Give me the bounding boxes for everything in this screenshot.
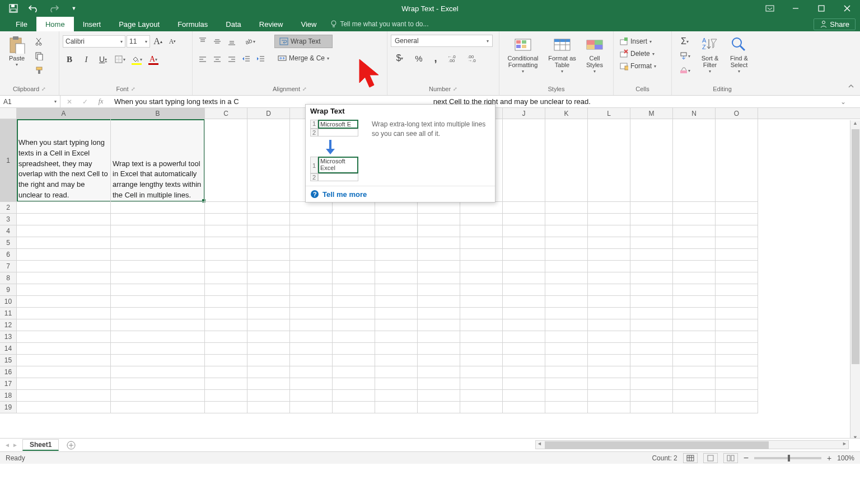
- cell-M19[interactable]: [630, 402, 673, 413]
- cell-K14[interactable]: [545, 343, 588, 355]
- cell-J1[interactable]: [503, 119, 545, 202]
- row-header-14[interactable]: 14: [0, 343, 17, 355]
- cell-E17[interactable]: [290, 378, 333, 390]
- row-header-10[interactable]: 10: [0, 296, 17, 308]
- cell-F3[interactable]: [333, 214, 375, 225]
- cell-N8[interactable]: [673, 272, 716, 284]
- cell-D11[interactable]: [247, 308, 290, 319]
- cell-N13[interactable]: [673, 331, 716, 343]
- cell-H3[interactable]: [418, 214, 460, 225]
- tab-review[interactable]: Review: [250, 17, 292, 31]
- cell-J15[interactable]: [503, 355, 545, 366]
- collapse-ribbon-button[interactable]: [844, 79, 858, 93]
- format-as-table-button[interactable]: Format as Table▾: [545, 35, 579, 76]
- redo-icon[interactable]: [47, 2, 60, 15]
- insert-cells-button[interactable]: Insert ▾: [617, 36, 654, 47]
- cell-J18[interactable]: [503, 390, 545, 402]
- cell-N17[interactable]: [673, 378, 716, 390]
- cell-N11[interactable]: [673, 308, 716, 319]
- cell-C14[interactable]: [205, 343, 247, 355]
- cell-A14[interactable]: [17, 343, 111, 355]
- cell-I11[interactable]: [460, 308, 503, 319]
- cell-C13[interactable]: [205, 331, 247, 343]
- cell-B14[interactable]: [111, 343, 205, 355]
- cell-J5[interactable]: [503, 237, 545, 249]
- cell-C8[interactable]: [205, 272, 247, 284]
- comma-button[interactable]: ,: [429, 51, 442, 65]
- cell-K5[interactable]: [545, 237, 588, 249]
- increase-indent-button[interactable]: [254, 53, 268, 66]
- row-header-4[interactable]: 4: [0, 225, 17, 237]
- cell-A3[interactable]: [17, 214, 111, 225]
- cell-C7[interactable]: [205, 261, 247, 272]
- cell-M18[interactable]: [630, 390, 673, 402]
- cell-B9[interactable]: [111, 284, 205, 296]
- cell-I18[interactable]: [460, 390, 503, 402]
- cell-O14[interactable]: [716, 343, 758, 355]
- cell-F14[interactable]: [333, 343, 375, 355]
- cell-N15[interactable]: [673, 355, 716, 366]
- cell-D13[interactable]: [247, 331, 290, 343]
- cell-C12[interactable]: [205, 319, 247, 331]
- cell-O12[interactable]: [716, 319, 758, 331]
- cell-H6[interactable]: [418, 249, 460, 261]
- select-all-corner[interactable]: [0, 108, 17, 119]
- cell-M14[interactable]: [630, 343, 673, 355]
- font-name-selector[interactable]: Calibri▾: [63, 35, 125, 48]
- cell-D6[interactable]: [247, 249, 290, 261]
- cell-I13[interactable]: [460, 331, 503, 343]
- align-center-button[interactable]: [211, 53, 224, 66]
- cell-B17[interactable]: [111, 378, 205, 390]
- cell-O4[interactable]: [716, 225, 758, 237]
- cell-M12[interactable]: [630, 319, 673, 331]
- cell-F9[interactable]: [333, 284, 375, 296]
- cell-H9[interactable]: [418, 284, 460, 296]
- cell-F13[interactable]: [333, 331, 375, 343]
- percent-button[interactable]: %: [412, 51, 426, 65]
- cell-O17[interactable]: [716, 378, 758, 390]
- font-color-button[interactable]: A▾: [147, 53, 160, 66]
- dialog-launcher-icon[interactable]: ⤢: [131, 86, 135, 92]
- cell-A4[interactable]: [17, 225, 111, 237]
- cell-J13[interactable]: [503, 331, 545, 343]
- cell-E15[interactable]: [290, 355, 333, 366]
- cell-L3[interactable]: [588, 214, 630, 225]
- cell-D9[interactable]: [247, 284, 290, 296]
- cell-B13[interactable]: [111, 331, 205, 343]
- cell-N9[interactable]: [673, 284, 716, 296]
- cell-I3[interactable]: [460, 214, 503, 225]
- cell-H17[interactable]: [418, 378, 460, 390]
- cell-C15[interactable]: [205, 355, 247, 366]
- cell-D12[interactable]: [247, 319, 290, 331]
- cell-N14[interactable]: [673, 343, 716, 355]
- cell-G5[interactable]: [375, 237, 418, 249]
- cell-I12[interactable]: [460, 319, 503, 331]
- cell-K6[interactable]: [545, 249, 588, 261]
- row-header-3[interactable]: 3: [0, 214, 17, 225]
- cell-K13[interactable]: [545, 331, 588, 343]
- cell-E4[interactable]: [290, 225, 333, 237]
- cell-B19[interactable]: [111, 402, 205, 413]
- conditional-formatting-button[interactable]: Conditional Formatting▾: [503, 35, 543, 76]
- cell-D18[interactable]: [247, 390, 290, 402]
- new-sheet-button[interactable]: [64, 440, 78, 451]
- paste-button[interactable]: Paste ▾: [3, 35, 30, 69]
- cell-G11[interactable]: [375, 308, 418, 319]
- clear-button[interactable]: ▾: [675, 64, 694, 77]
- cell-O5[interactable]: [716, 237, 758, 249]
- tell-me-search[interactable]: Tell me what you want to do...: [325, 20, 433, 28]
- cell-styles-button[interactable]: Cell Styles▾: [581, 35, 608, 76]
- wrap-text-button[interactable]: Wrap Text: [274, 35, 333, 48]
- cell-C5[interactable]: [205, 237, 247, 249]
- tab-formulas[interactable]: Formulas: [169, 17, 217, 31]
- cell-E10[interactable]: [290, 296, 333, 308]
- cell-J6[interactable]: [503, 249, 545, 261]
- row-header-1[interactable]: 1: [0, 119, 17, 202]
- cell-G4[interactable]: [375, 225, 418, 237]
- cell-K11[interactable]: [545, 308, 588, 319]
- cell-J10[interactable]: [503, 296, 545, 308]
- find-select-button[interactable]: Find & Select▾: [726, 35, 752, 76]
- cell-G15[interactable]: [375, 355, 418, 366]
- view-normal-button[interactable]: [683, 453, 698, 463]
- column-header-J[interactable]: J: [503, 108, 545, 119]
